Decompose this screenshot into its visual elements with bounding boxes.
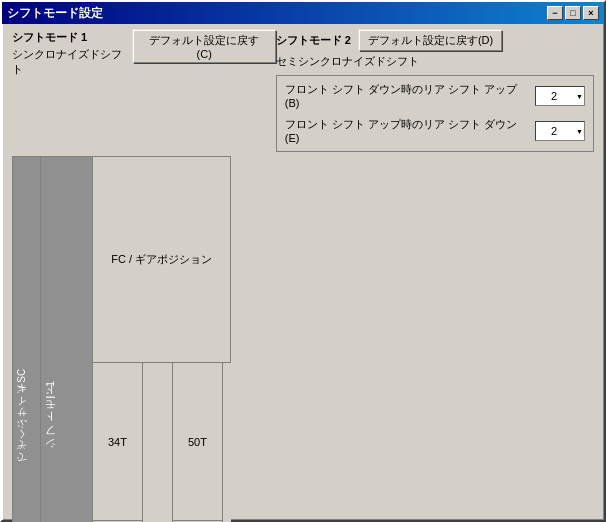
- minimize-button[interactable]: −: [547, 6, 563, 20]
- front-up-select[interactable]: 1 2 3: [535, 121, 585, 141]
- mode1-default-button[interactable]: デフォルト設定に戻す(C): [133, 30, 276, 63]
- mode1-label: シフトモード 1: [12, 30, 133, 45]
- front-down-select[interactable]: 1 2 3: [535, 86, 585, 106]
- mode2-default-button[interactable]: デフォルト設定に戻す(D): [359, 30, 502, 51]
- front-up-select-wrapper: 1 2 3: [535, 121, 585, 141]
- top-section: シフトモード 1 シンクロナイズドシフト デフォルト設定に戻す(C) シフトモー…: [2, 24, 604, 152]
- mode2-row: シフトモード 2 デフォルト設定に戻す(D): [276, 30, 594, 51]
- mode1-name: シンクロナイズドシフト: [12, 47, 133, 77]
- window-title: シフトモード設定: [7, 5, 103, 22]
- front-down-control: フロント シフト ダウン時のリア シフト アップ(B) 1 2 3: [285, 82, 585, 111]
- mode2-label: シフトモード 2: [276, 33, 351, 48]
- maximize-button[interactable]: □: [565, 6, 581, 20]
- fc-header: FC / ギアポジション: [92, 157, 231, 362]
- side-label: でぞくぶサイギ / SC: [13, 157, 31, 522]
- mode2-name: セミシンクロナイズドシフト: [276, 54, 594, 69]
- front-down-label: フロント シフト ダウン時のリア シフト アップ(B): [285, 82, 531, 111]
- title-bar: シフトモード設定 − □ ×: [2, 2, 604, 24]
- table-area: でぞくぶサイギ / SC シフトモード 1 FC / ギアポジション 34T 5…: [2, 152, 604, 522]
- title-bar-buttons: − □ ×: [547, 6, 599, 20]
- mode2-header-section: シフトモード 2 デフォルト設定に戻す(D) セミシンクロナイズドシフト フロン…: [276, 30, 594, 152]
- front-up-control: フロント シフト アップ時のリア シフト ダウン(E) 1 2 3: [285, 117, 585, 146]
- mode1-header: シフトモード 1 シンクロナイズドシフト: [12, 30, 133, 77]
- col50-header: 50T: [172, 362, 222, 521]
- mode1-row-label: シフトモード 1: [41, 157, 60, 522]
- front-down-select-wrapper: 1 2 3: [535, 86, 585, 106]
- front-up-label: フロント シフト アップ時のリア シフト ダウン(E): [285, 117, 531, 146]
- close-button[interactable]: ×: [583, 6, 599, 20]
- shift-table: でぞくぶサイギ / SC シフトモード 1 FC / ギアポジション 34T 5…: [12, 156, 231, 522]
- window: シフトモード設定 − □ × シフトモード 1 シンクロナイズドシフト デフォル…: [0, 0, 606, 522]
- col34-header: 34T: [92, 362, 142, 521]
